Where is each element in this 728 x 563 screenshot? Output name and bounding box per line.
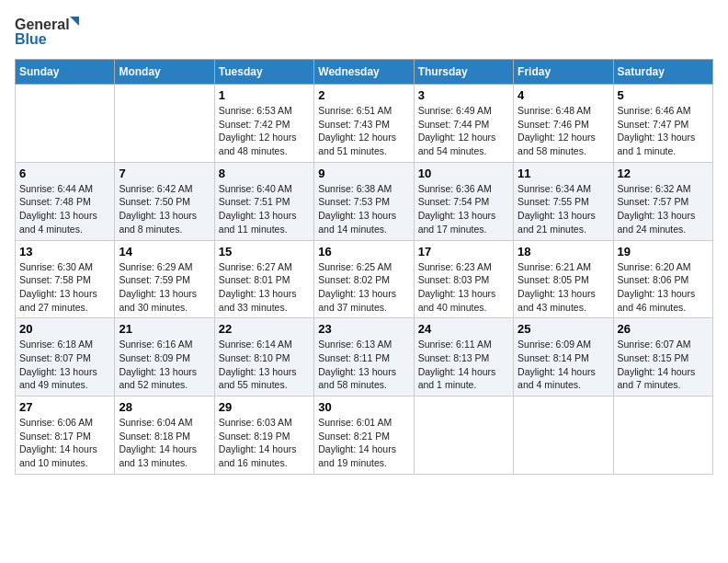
calendar-cell: 11Sunrise: 6:34 AMSunset: 7:55 PMDayligh… (514, 162, 613, 240)
svg-text:Blue: Blue (15, 31, 47, 47)
day-info: Sunrise: 6:25 AMSunset: 8:02 PMDaylight:… (318, 260, 409, 315)
day-number: 4 (518, 88, 609, 102)
col-header-tuesday: Tuesday (214, 60, 313, 85)
day-info: Sunrise: 6:42 AMSunset: 7:50 PMDaylight:… (119, 182, 210, 236)
calendar-cell: 29Sunrise: 6:03 AMSunset: 8:19 PMDayligh… (214, 396, 313, 475)
day-info: Sunrise: 6:01 AMSunset: 8:21 PMDaylight:… (318, 416, 409, 470)
calendar-cell: 10Sunrise: 6:36 AMSunset: 7:54 PMDayligh… (414, 162, 513, 240)
calendar-cell: 26Sunrise: 6:07 AMSunset: 8:15 PMDayligh… (613, 318, 712, 396)
calendar-cell: 16Sunrise: 6:25 AMSunset: 8:02 PMDayligh… (314, 240, 414, 318)
day-info: Sunrise: 6:53 AMSunset: 7:42 PMDaylight:… (219, 104, 310, 158)
calendar-week-row: 20Sunrise: 6:18 AMSunset: 8:07 PMDayligh… (16, 318, 713, 396)
calendar-cell: 8Sunrise: 6:40 AMSunset: 7:51 PMDaylight… (214, 162, 313, 240)
calendar-table: SundayMondayTuesdayWednesdayThursdayFrid… (15, 59, 713, 475)
calendar-cell (115, 85, 214, 163)
calendar-cell: 7Sunrise: 6:42 AMSunset: 7:50 PMDaylight… (115, 162, 214, 240)
calendar-cell: 13Sunrise: 6:30 AMSunset: 7:58 PMDayligh… (16, 240, 115, 318)
day-number: 3 (418, 88, 509, 102)
calendar-cell: 2Sunrise: 6:51 AMSunset: 7:43 PMDaylight… (314, 85, 414, 163)
calendar-cell (414, 396, 513, 475)
calendar-cell: 5Sunrise: 6:46 AMSunset: 7:47 PMDaylight… (613, 85, 712, 163)
logo: GeneralBlue (15, 15, 79, 48)
day-number: 21 (119, 322, 210, 336)
calendar-cell (514, 396, 613, 475)
day-number: 10 (418, 167, 509, 180)
day-number: 7 (119, 167, 210, 180)
calendar-cell: 23Sunrise: 6:13 AMSunset: 8:11 PMDayligh… (314, 318, 414, 396)
day-info: Sunrise: 6:46 AMSunset: 7:47 PMDaylight:… (618, 104, 709, 158)
calendar-cell: 15Sunrise: 6:27 AMSunset: 8:01 PMDayligh… (214, 240, 313, 318)
day-number: 12 (618, 167, 709, 180)
day-number: 17 (418, 245, 509, 259)
calendar-cell: 18Sunrise: 6:21 AMSunset: 8:05 PMDayligh… (514, 240, 613, 318)
col-header-saturday: Saturday (613, 60, 712, 85)
day-info: Sunrise: 6:13 AMSunset: 8:11 PMDaylight:… (318, 338, 409, 392)
day-number: 14 (119, 245, 210, 259)
day-info: Sunrise: 6:07 AMSunset: 8:15 PMDaylight:… (618, 338, 709, 392)
day-info: Sunrise: 6:30 AMSunset: 7:58 PMDaylight:… (19, 260, 110, 315)
svg-marker-1 (70, 17, 79, 26)
calendar-cell: 12Sunrise: 6:32 AMSunset: 7:57 PMDayligh… (613, 162, 712, 240)
day-number: 18 (518, 245, 609, 259)
day-info: Sunrise: 6:36 AMSunset: 7:54 PMDaylight:… (418, 182, 509, 236)
day-info: Sunrise: 6:44 AMSunset: 7:48 PMDaylight:… (19, 182, 110, 236)
calendar-cell: 27Sunrise: 6:06 AMSunset: 8:17 PMDayligh… (16, 396, 115, 475)
calendar-cell: 19Sunrise: 6:20 AMSunset: 8:06 PMDayligh… (613, 240, 712, 318)
day-number: 29 (219, 400, 310, 414)
col-header-monday: Monday (115, 60, 214, 85)
day-info: Sunrise: 6:09 AMSunset: 8:14 PMDaylight:… (518, 338, 609, 392)
col-header-wednesday: Wednesday (314, 60, 414, 85)
calendar-cell: 9Sunrise: 6:38 AMSunset: 7:53 PMDaylight… (314, 162, 414, 240)
day-number: 26 (618, 322, 709, 336)
day-info: Sunrise: 6:20 AMSunset: 8:06 PMDaylight:… (618, 260, 709, 315)
calendar-cell: 22Sunrise: 6:14 AMSunset: 8:10 PMDayligh… (214, 318, 313, 396)
calendar-week-row: 13Sunrise: 6:30 AMSunset: 7:58 PMDayligh… (16, 240, 713, 318)
day-number: 30 (318, 400, 409, 414)
day-info: Sunrise: 6:32 AMSunset: 7:57 PMDaylight:… (618, 182, 709, 236)
calendar-cell: 4Sunrise: 6:48 AMSunset: 7:46 PMDaylight… (514, 85, 613, 163)
calendar-cell: 6Sunrise: 6:44 AMSunset: 7:48 PMDaylight… (16, 162, 115, 240)
day-info: Sunrise: 6:03 AMSunset: 8:19 PMDaylight:… (219, 416, 310, 470)
day-number: 24 (418, 322, 509, 336)
day-info: Sunrise: 6:34 AMSunset: 7:55 PMDaylight:… (518, 182, 609, 236)
day-number: 28 (119, 400, 210, 414)
day-info: Sunrise: 6:48 AMSunset: 7:46 PMDaylight:… (518, 104, 609, 158)
calendar-cell: 20Sunrise: 6:18 AMSunset: 8:07 PMDayligh… (16, 318, 115, 396)
col-header-sunday: Sunday (16, 60, 115, 85)
calendar-cell: 3Sunrise: 6:49 AMSunset: 7:44 PMDaylight… (414, 85, 513, 163)
day-number: 20 (19, 322, 110, 336)
day-number: 15 (219, 245, 310, 259)
day-number: 9 (318, 167, 409, 180)
day-number: 1 (219, 88, 310, 102)
day-info: Sunrise: 6:11 AMSunset: 8:13 PMDaylight:… (418, 338, 509, 392)
calendar-week-row: 6Sunrise: 6:44 AMSunset: 7:48 PMDaylight… (16, 162, 713, 240)
day-info: Sunrise: 6:27 AMSunset: 8:01 PMDaylight:… (219, 260, 310, 315)
day-info: Sunrise: 6:40 AMSunset: 7:51 PMDaylight:… (219, 182, 310, 236)
day-number: 19 (618, 245, 709, 259)
day-info: Sunrise: 6:49 AMSunset: 7:44 PMDaylight:… (418, 104, 509, 158)
day-info: Sunrise: 6:51 AMSunset: 7:43 PMDaylight:… (318, 104, 409, 158)
day-number: 2 (318, 88, 409, 102)
day-info: Sunrise: 6:16 AMSunset: 8:09 PMDaylight:… (119, 338, 210, 392)
day-info: Sunrise: 6:21 AMSunset: 8:05 PMDaylight:… (518, 260, 609, 315)
day-number: 25 (518, 322, 609, 336)
calendar-cell: 28Sunrise: 6:04 AMSunset: 8:18 PMDayligh… (115, 396, 214, 475)
day-number: 16 (318, 245, 409, 259)
calendar-cell: 30Sunrise: 6:01 AMSunset: 8:21 PMDayligh… (314, 396, 414, 475)
day-number: 22 (219, 322, 310, 336)
day-number: 23 (318, 322, 409, 336)
calendar-cell: 24Sunrise: 6:11 AMSunset: 8:13 PMDayligh… (414, 318, 513, 396)
calendar-week-row: 1Sunrise: 6:53 AMSunset: 7:42 PMDaylight… (16, 85, 713, 163)
day-number: 11 (518, 167, 609, 180)
day-info: Sunrise: 6:18 AMSunset: 8:07 PMDaylight:… (19, 338, 110, 392)
logo-svg: GeneralBlue (15, 15, 79, 48)
calendar-cell (16, 85, 115, 163)
calendar-cell: 21Sunrise: 6:16 AMSunset: 8:09 PMDayligh… (115, 318, 214, 396)
day-info: Sunrise: 6:04 AMSunset: 8:18 PMDaylight:… (119, 416, 210, 470)
day-number: 5 (618, 88, 709, 102)
day-info: Sunrise: 6:29 AMSunset: 7:59 PMDaylight:… (119, 260, 210, 315)
page-header: GeneralBlue (15, 15, 713, 48)
calendar-week-row: 27Sunrise: 6:06 AMSunset: 8:17 PMDayligh… (16, 396, 713, 475)
calendar-cell (613, 396, 712, 475)
col-header-friday: Friday (514, 60, 613, 85)
